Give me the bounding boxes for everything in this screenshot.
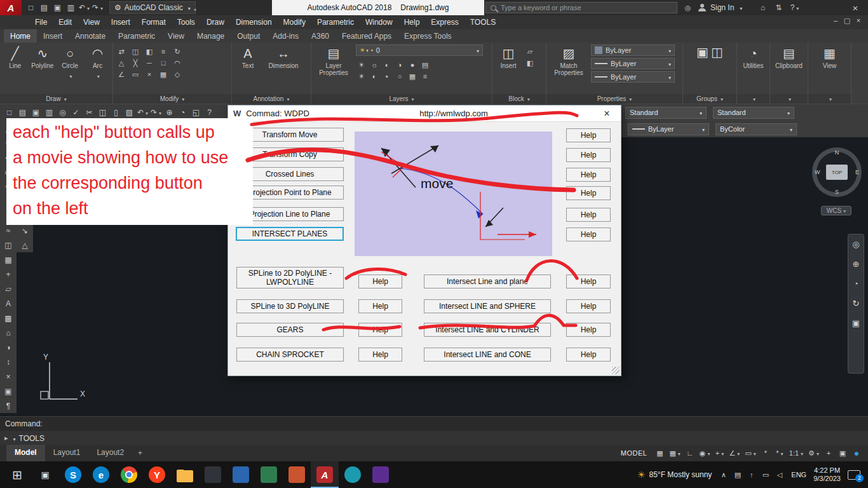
- menu-parametric[interactable]: Parametric: [311, 16, 360, 29]
- layer-tool-icon[interactable]: ▤: [419, 60, 431, 70]
- layer-tool-icon[interactable]: ☀: [356, 71, 367, 81]
- help-button[interactable]: Help: [566, 274, 611, 288]
- grid-display-icon[interactable]: ▦: [653, 447, 666, 459]
- tab-manage[interactable]: Manage: [191, 29, 231, 43]
- view-cube-top[interactable]: TOP: [826, 165, 848, 180]
- tab-express-tools[interactable]: Express Tools: [398, 29, 458, 43]
- help-button[interactable]: Help: [358, 323, 402, 337]
- tab-layout1[interactable]: Layout1: [45, 445, 89, 461]
- donut-icon[interactable]: ◑: [0, 340, 17, 355]
- app-icon-5[interactable]: [344, 466, 361, 483]
- layer-tool-icon[interactable]: ▪: [381, 71, 393, 81]
- dim-style-dropdown[interactable]: Standard: [625, 107, 707, 119]
- revcloud-icon[interactable]: ⌂: [0, 325, 17, 340]
- erase-icon[interactable]: ×: [0, 369, 17, 384]
- zoom-realtime-icon[interactable]: ◔: [176, 106, 189, 119]
- dynamic-input-icon[interactable]: ▭: [743, 447, 757, 459]
- polar-tracking-icon[interactable]: ∠: [727, 447, 742, 459]
- tab-featured-apps[interactable]: Featured Apps: [336, 29, 398, 43]
- help-button[interactable]: Help: [566, 168, 611, 182]
- layer-tool-icon[interactable]: ◐: [381, 60, 393, 70]
- text-style-icon[interactable]: ¶: [0, 398, 17, 413]
- polyline-button[interactable]: ∿ Polyline: [30, 44, 55, 71]
- app-icon-1[interactable]: [205, 466, 221, 483]
- draw-panel-label[interactable]: Draw: [0, 94, 112, 104]
- layer-tool-icon[interactable]: ◑: [394, 60, 405, 70]
- construction-line-icon[interactable]: ↕: [0, 355, 17, 369]
- task-view-icon[interactable]: ▣: [37, 466, 53, 483]
- clean-screen-icon[interactable]: ▣: [836, 447, 849, 459]
- menu-view[interactable]: View: [78, 16, 105, 29]
- plot-icon[interactable]: ▥: [43, 106, 56, 119]
- workspace-switching-icon[interactable]: ⚙: [806, 447, 821, 459]
- properties-panel-label[interactable]: Properties: [546, 94, 682, 104]
- dimension-button[interactable]: ↔ Dimension: [264, 44, 303, 71]
- dialog-close-icon[interactable]: [598, 108, 616, 119]
- weather-widget[interactable]: ☀ 85°F Mostly sunny: [637, 470, 712, 480]
- clipboard-panel-caret[interactable]: [770, 94, 808, 104]
- stay-connected-icon[interactable]: ⇅: [772, 1, 785, 15]
- command-input[interactable]: TOOLS: [19, 434, 44, 443]
- layer-tool-icon[interactable]: ☼: [369, 60, 380, 70]
- app-store-icon[interactable]: ⌂: [756, 1, 770, 15]
- layers-panel-label[interactable]: Layers: [311, 94, 492, 104]
- match-properties-icon[interactable]: ▨: [123, 106, 136, 119]
- command-customize-icon[interactable]: ▸: [4, 434, 8, 442]
- text-style-dropdown[interactable]: Standard: [713, 107, 794, 119]
- offset-icon[interactable]: ▦: [158, 69, 169, 79]
- help-button[interactable]: Help: [566, 227, 611, 241]
- menu-edit[interactable]: Edit: [53, 16, 78, 29]
- copy-icon[interactable]: ◫: [130, 46, 141, 57]
- utilities-panel-caret[interactable]: [737, 94, 770, 104]
- view-panel-caret[interactable]: [808, 94, 851, 104]
- menu-dimension[interactable]: Dimension: [230, 16, 278, 29]
- line-button[interactable]: ╱ Line: [3, 44, 27, 71]
- help-button[interactable]: Help: [358, 348, 402, 362]
- cut-icon[interactable]: ✂: [83, 106, 96, 119]
- copy-clip-icon[interactable]: ◫: [96, 106, 109, 119]
- upload-status-icon[interactable]: ↑: [747, 471, 756, 478]
- touch-keyboard-icon[interactable]: ▤: [733, 471, 742, 479]
- array-icon[interactable]: ≡: [158, 46, 169, 57]
- menu-modify[interactable]: Modify: [278, 16, 311, 29]
- new-file-icon[interactable]: □: [24, 1, 37, 15]
- stretch-icon[interactable]: □: [158, 58, 169, 68]
- undo-icon[interactable]: ↶: [136, 106, 149, 119]
- menu-format[interactable]: Format: [136, 16, 172, 29]
- pan-icon[interactable]: ⊕: [163, 106, 176, 119]
- layer-tool-icon[interactable]: ▦: [407, 71, 418, 81]
- clipboard-button[interactable]: ▤ Clipboard: [776, 44, 803, 71]
- snap-mode-icon[interactable]: ▦: [667, 447, 682, 459]
- paste-icon[interactable]: ▯: [109, 106, 123, 119]
- move-icon[interactable]: ⇄: [116, 46, 127, 57]
- tab-insert[interactable]: Insert: [37, 29, 69, 43]
- text-button[interactable]: A Text: [234, 44, 261, 71]
- join-icon[interactable]: ◇: [172, 69, 183, 79]
- tab-model[interactable]: Model: [6, 445, 45, 461]
- menu-tools[interactable]: Tools: [172, 16, 201, 29]
- linetype-toolbar-dropdown[interactable]: ByLayer: [628, 123, 709, 135]
- yandex-browser-icon[interactable]: Y: [149, 466, 165, 483]
- showmotion-icon[interactable]: ▣: [852, 318, 860, 328]
- annotation-autoscale-icon[interactable]: *: [773, 447, 786, 459]
- point-icon[interactable]: +: [0, 267, 17, 281]
- close-icon[interactable]: [848, 0, 863, 15]
- pan-icon[interactable]: ⊕: [853, 259, 860, 269]
- layer-properties-button[interactable]: ▤ Layer Properties: [314, 44, 353, 78]
- compass-east[interactable]: E: [855, 169, 859, 175]
- layer-tool-icon[interactable]: ○: [394, 71, 405, 81]
- chain-sprocket-button[interactable]: CHAIN SPROCKET: [236, 348, 344, 362]
- view-button[interactable]: ▦ View: [817, 44, 843, 71]
- status-notification-dot[interactable]: ●: [850, 447, 863, 459]
- compass-west[interactable]: W: [815, 169, 820, 175]
- help-icon[interactable]: ?: [788, 1, 801, 15]
- help-button[interactable]: Help: [566, 128, 611, 142]
- help-button[interactable]: Help: [566, 148, 611, 162]
- menu-draw[interactable]: Draw: [201, 16, 230, 29]
- app-icon-2[interactable]: [233, 466, 249, 483]
- gears-button[interactable]: GEARS: [236, 323, 344, 337]
- dialog-title-bar[interactable]: W Commad: WDPD http://wmlwdp.com: [228, 105, 621, 122]
- app-icon-6[interactable]: [372, 466, 389, 483]
- qat-customize-icon[interactable]: [192, 3, 196, 14]
- tab-view[interactable]: View: [161, 29, 191, 43]
